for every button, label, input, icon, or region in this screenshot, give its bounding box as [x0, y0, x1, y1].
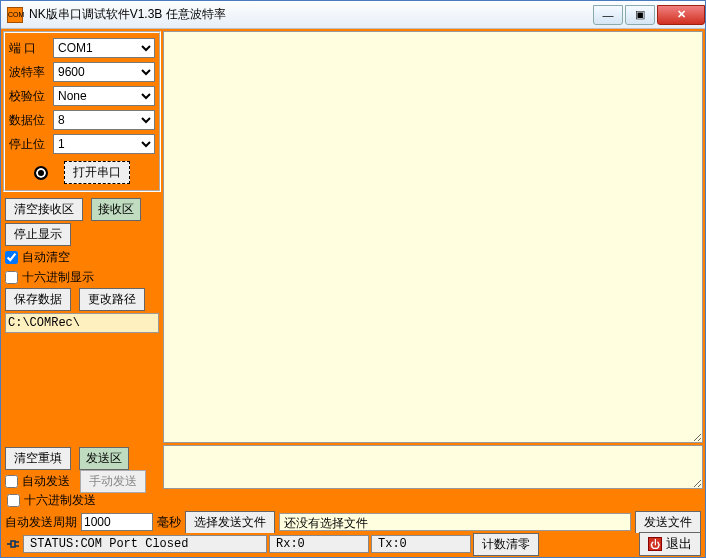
parity-label: 校验位 — [9, 88, 53, 105]
port-status-indicator — [34, 166, 48, 180]
exit-button[interactable]: ⏻ 退出 — [639, 532, 701, 556]
app-window: COM NK版串口调试软件V1.3B 任意波特率 — ▣ ✕ 端 口 COM1 … — [0, 0, 706, 558]
status-rx-count: Rx:0 — [269, 535, 369, 553]
status-bar: STATUS:COM Port Closed Rx:0 Tx:0 计数清零 ⏻ … — [3, 533, 703, 555]
baud-select[interactable]: 9600 — [53, 62, 155, 82]
client-area: 端 口 COM1 波特率 9600 校验位 None 数据位 8 — [1, 29, 705, 557]
parity-select[interactable]: None — [53, 86, 155, 106]
send-options-row: 十六进制发送 — [3, 489, 703, 511]
hex-display-label: 十六进制显示 — [22, 269, 94, 286]
tx-control-group: 清空重填 发送区 自动发送 手动发送 — [3, 445, 161, 489]
maximize-button[interactable]: ▣ — [625, 5, 655, 25]
lower-area: 清空重填 发送区 自动发送 手动发送 十六进制发送 — [3, 445, 703, 555]
send-file-button[interactable]: 发送文件 — [635, 511, 701, 534]
exit-label: 退出 — [666, 535, 692, 553]
databits-label: 数据位 — [9, 112, 53, 129]
baud-label: 波特率 — [9, 64, 53, 81]
port-label: 端 口 — [9, 40, 53, 57]
left-panel: 端 口 COM1 波特率 9600 校验位 None 数据位 8 — [3, 31, 161, 443]
auto-send-checkbox[interactable] — [5, 475, 18, 488]
period-unit-label: 毫秒 — [157, 514, 181, 531]
titlebar: COM NK版串口调试软件V1.3B 任意波特率 — ▣ ✕ — [1, 1, 705, 29]
clear-rx-button[interactable]: 清空接收区 — [5, 198, 83, 221]
auto-clear-label: 自动清空 — [22, 249, 70, 266]
receive-textarea[interactable] — [163, 31, 703, 443]
clear-tx-button[interactable]: 清空重填 — [5, 447, 71, 470]
change-path-button[interactable]: 更改路径 — [79, 288, 145, 311]
close-button[interactable]: ✕ — [657, 5, 705, 25]
plug-icon — [5, 537, 21, 551]
hex-send-checkbox[interactable] — [7, 494, 20, 507]
auto-clear-checkbox[interactable] — [5, 251, 18, 264]
hex-send-label: 十六进制发送 — [24, 492, 96, 509]
rx-header-label: 接收区 — [91, 198, 141, 221]
period-label: 自动发送周期 — [5, 514, 77, 531]
window-title: NK版串口调试软件V1.3B 任意波特率 — [29, 6, 591, 23]
status-main: STATUS:COM Port Closed — [23, 535, 267, 553]
stopbits-select[interactable]: 1 — [53, 134, 155, 154]
databits-select[interactable]: 8 — [53, 110, 155, 130]
window-controls: — ▣ ✕ — [591, 5, 705, 25]
hex-display-checkbox[interactable] — [5, 271, 18, 284]
period-file-row: 自动发送周期 毫秒 选择发送文件 还没有选择文件 发送文件 — [3, 511, 703, 533]
stop-display-button[interactable]: 停止显示 — [5, 223, 71, 246]
upper-area: 端 口 COM1 波特率 9600 校验位 None 数据位 8 — [3, 31, 703, 443]
app-icon: COM — [7, 7, 23, 23]
tx-header-label: 发送区 — [79, 447, 129, 470]
select-file-button[interactable]: 选择发送文件 — [185, 511, 275, 534]
open-port-button[interactable]: 打开串口 — [64, 161, 130, 184]
period-input[interactable] — [81, 513, 153, 531]
auto-send-label: 自动发送 — [22, 473, 70, 490]
reset-counter-button[interactable]: 计数清零 — [473, 533, 539, 556]
serial-config-group: 端 口 COM1 波特率 9600 校验位 None 数据位 8 — [3, 31, 161, 192]
save-data-button[interactable]: 保存数据 — [5, 288, 71, 311]
power-icon: ⏻ — [648, 537, 662, 551]
rx-control-group: 清空接收区 接收区 停止显示 自动清空 十六进制显示 — [3, 196, 161, 335]
send-textarea[interactable] — [163, 445, 703, 489]
minimize-button[interactable]: — — [593, 5, 623, 25]
save-path-input[interactable] — [5, 313, 159, 333]
status-tx-count: Tx:0 — [371, 535, 471, 553]
stopbits-label: 停止位 — [9, 136, 53, 153]
file-path-display: 还没有选择文件 — [279, 513, 631, 531]
port-select[interactable]: COM1 — [53, 38, 155, 58]
